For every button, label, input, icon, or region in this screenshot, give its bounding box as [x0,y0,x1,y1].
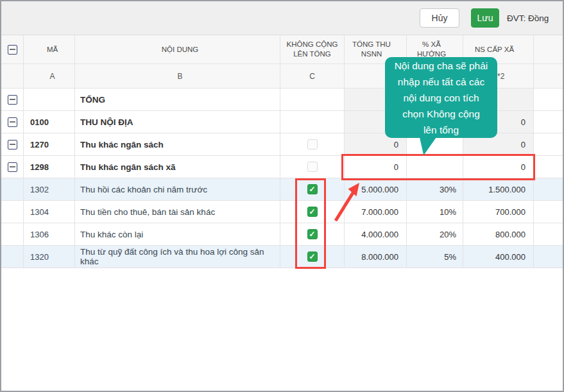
cell-name: Thu hồi các khoản chi năm trước [75,178,280,201]
cell-name: Thu từ quỹ đất công ích và thu hoa lợi c… [75,246,280,268]
toolbar: Hủy Lưu ĐVT: Đồng [1,1,563,35]
cell-toggle [1,133,24,156]
cell-no-sum [280,156,345,178]
highlight-box-checkbox-column [295,178,326,269]
collapse-minus-icon[interactable] [8,140,17,149]
table-row-1320: 1320Thu từ quỹ đất công ích và thu hoa l… [1,246,564,268]
cell-code: 1304 [24,201,75,223]
cell-total-revenue[interactable]: 4.000.000 [345,223,407,246]
table-row-1302: 1302Thu hồi các khoản chi năm trước5.000… [1,178,564,201]
column-header-toggle [1,35,24,64]
cell-name: Thu khác ngân sách [75,133,280,156]
unit-label: ĐVT: Đồng [507,13,549,23]
cell-spacer [534,223,564,246]
cell-no-sum [280,89,345,111]
collapse-minus-icon[interactable] [8,95,17,105]
column-header-name: NỘI DUNG [75,35,280,64]
cell-spacer [534,133,564,156]
checkbox-unchecked-icon[interactable] [307,162,318,172]
cell-code: 1298 [24,156,75,178]
cell-name: Thu khác còn lại [75,223,280,246]
cell-commune-percent[interactable]: 5% [407,246,463,268]
cell-toggle [1,178,24,201]
collapse-minus-icon[interactable] [8,162,17,172]
highlight-box-row-1298 [341,154,535,180]
cell-commune-percent[interactable]: 20% [407,223,463,246]
save-button[interactable]: Lưu [471,8,499,28]
tooltip-callout: Nội dung cha sẽ phải nhập nếu tất cả các… [385,57,497,138]
column-letter-code: A [24,64,75,89]
cell-code: 1320 [24,246,75,268]
cell-commune-percent[interactable]: 10% [407,201,463,223]
cell-code [24,89,75,111]
column-header-code: MÃ [24,35,75,64]
table-row-1306: 1306Thu khác còn lại4.000.00020%800.000 [1,223,564,246]
cell-toggle [1,156,24,178]
checkbox-unchecked-icon[interactable] [307,139,318,149]
cell-commune-budget[interactable]: 400.000 [463,246,534,268]
cell-code: 1302 [24,178,75,201]
cell-total-revenue[interactable]: 5.000.000 [345,178,407,201]
cell-toggle [1,111,24,133]
cell-commune-budget[interactable]: 700.000 [463,201,534,223]
cell-spacer [534,246,564,268]
cell-commune-budget[interactable]: 800.000 [463,223,534,246]
cell-spacer [534,156,564,178]
cell-toggle [1,201,24,223]
cell-toggle [1,223,24,246]
cell-name: Thu khác ngân sách xã [75,156,280,178]
cell-name: Thu tiền cho thuê, bán tài sản khác [75,201,280,223]
tooltip-text: Nội dung cha sẽ phải nhập nếu tất cả các… [385,58,497,138]
column-letter-nosum: C [280,64,345,89]
column-header-nosum: KHÔNG CỘNG LÊN TỔNG [280,35,345,64]
cell-code: 0100 [24,111,75,133]
column-letter-spacer [534,64,564,89]
cell-toggle [1,246,24,268]
cell-no-sum [280,133,345,156]
column-letter-name: B [75,64,280,89]
cell-spacer [534,111,564,133]
column-header-spacer [534,35,564,64]
app-window: Hủy Lưu ĐVT: Đồng MÃNỘI DUNGKHÔNG CỘNG L… [0,0,564,392]
cell-code: 1306 [24,223,75,246]
collapse-minus-icon[interactable] [8,45,17,55]
collapse-minus-icon[interactable] [8,117,17,127]
cell-total-revenue[interactable]: 7.000.000 [345,201,407,223]
cell-total-revenue[interactable]: 8.000.000 [345,246,407,268]
cell-spacer [534,89,564,111]
cell-spacer [534,201,564,223]
cell-code: 1270 [24,133,75,156]
cell-toggle [1,89,24,111]
table-row-1304: 1304Thu tiền cho thuê, bán tài sản khác7… [1,201,564,223]
column-letter-toggle [1,64,24,89]
cancel-button[interactable]: Hủy [420,8,459,28]
cell-commune-budget[interactable]: 1.500.000 [463,178,534,201]
cell-name: TỔNG [75,89,280,111]
cell-no-sum [280,111,345,133]
cell-name: THU NỘI ĐỊA [75,111,280,133]
cell-commune-percent[interactable]: 30% [407,178,463,201]
cell-spacer [534,178,564,201]
